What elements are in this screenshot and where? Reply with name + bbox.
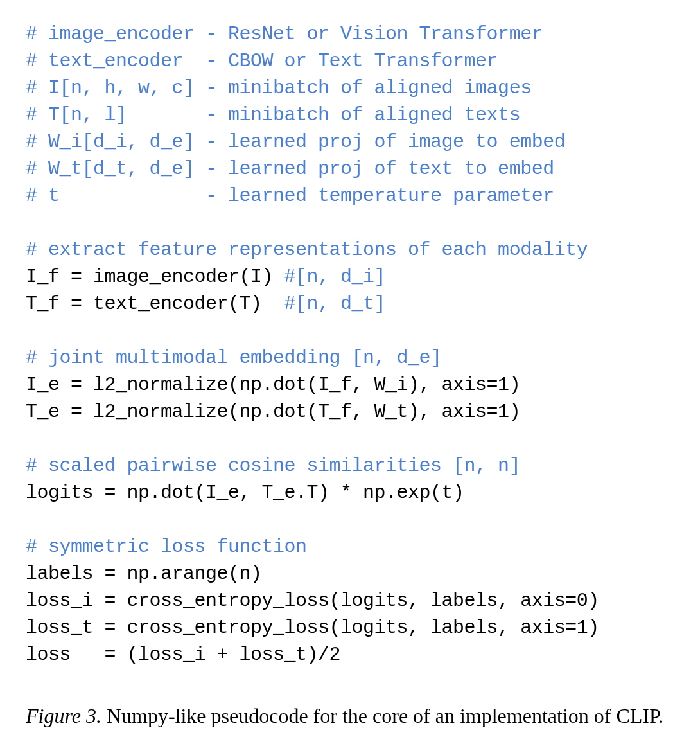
pseudocode-block: # image_encoder - ResNet or Vision Trans… [26,21,674,668]
code-line: # joint multimodal embedding [n, d_e] [26,344,674,371]
code-text: logits = np.dot(I_e, T_e.T) * np.exp(t) [26,482,464,504]
code-line: I_e = l2_normalize(np.dot(I_f, W_i), axi… [26,371,674,398]
code-line [26,506,674,533]
code-line: # T[n, l] - minibatch of aligned texts [26,102,674,128]
code-comment: # I[n, h, w, c] - minibatch of aligned i… [26,77,532,99]
code-line [26,317,674,344]
code-text: T_e = l2_normalize(np.dot(T_f, W_t), axi… [26,401,520,423]
code-comment: # scaled pairwise cosine similarities [n… [26,455,520,477]
code-comment: # W_t[d_t, d_e] - learned proj of text t… [26,158,554,180]
code-line: loss_t = cross_entropy_loss(logits, labe… [26,614,674,641]
figure-caption: Figure 3. Numpy-like pseudocode for the … [26,700,674,731]
code-line: logits = np.dot(I_e, T_e.T) * np.exp(t) [26,479,674,506]
code-line: I_f = image_encoder(I) #[n, d_i] [26,263,674,290]
code-comment: # W_i[d_i, d_e] - learned proj of image … [26,131,565,153]
code-comment: #[n, d_i] [284,266,386,288]
code-line: # text_encoder - CBOW or Text Transforme… [26,48,674,75]
code-text: I_f = image_encoder(I) [26,266,284,288]
code-text: labels = np.arange(n) [26,563,262,585]
figure-label: Figure 3. [26,704,101,727]
code-comment: # symmetric loss function [26,536,307,558]
code-comment: # text_encoder - CBOW or Text Transforme… [26,50,498,72]
code-line: T_f = text_encoder(T) #[n, d_t] [26,290,674,317]
code-line: # W_t[d_t, d_e] - learned proj of text t… [26,155,674,182]
code-comment: #[n, d_t] [284,293,386,315]
code-line: # W_i[d_i, d_e] - learned proj of image … [26,128,674,155]
code-line: T_e = l2_normalize(np.dot(T_f, W_t), axi… [26,398,674,425]
code-comment: # T[n, l] - minibatch of aligned texts [26,104,520,126]
code-line: # symmetric loss function [26,533,674,560]
code-text: loss_i = cross_entropy_loss(logits, labe… [26,590,599,612]
code-line: # extract feature representations of eac… [26,236,674,263]
code-line: # scaled pairwise cosine similarities [n… [26,452,674,479]
code-line: loss = (loss_i + loss_t)/2 [26,641,674,668]
code-line [26,209,674,236]
code-text: loss_t = cross_entropy_loss(logits, labe… [26,617,599,639]
code-text: I_e = l2_normalize(np.dot(I_f, W_i), axi… [26,374,520,396]
code-comment: # image_encoder - ResNet or Vision Trans… [26,23,543,45]
code-line [26,425,674,452]
code-line: # I[n, h, w, c] - minibatch of aligned i… [26,75,674,102]
code-line: # t - learned temperature parameter [26,182,674,209]
code-line: # image_encoder - ResNet or Vision Trans… [26,21,674,48]
code-line: labels = np.arange(n) [26,560,674,587]
code-comment: # t - learned temperature parameter [26,185,554,207]
code-line: loss_i = cross_entropy_loss(logits, labe… [26,587,674,614]
code-text: loss = (loss_i + loss_t)/2 [26,644,340,666]
code-text: T_f = text_encoder(T) [26,293,284,315]
code-comment: # joint multimodal embedding [n, d_e] [26,347,442,369]
figure-caption-text: Numpy-like pseudocode for the core of an… [101,704,663,727]
code-comment: # extract feature representations of eac… [26,239,588,261]
